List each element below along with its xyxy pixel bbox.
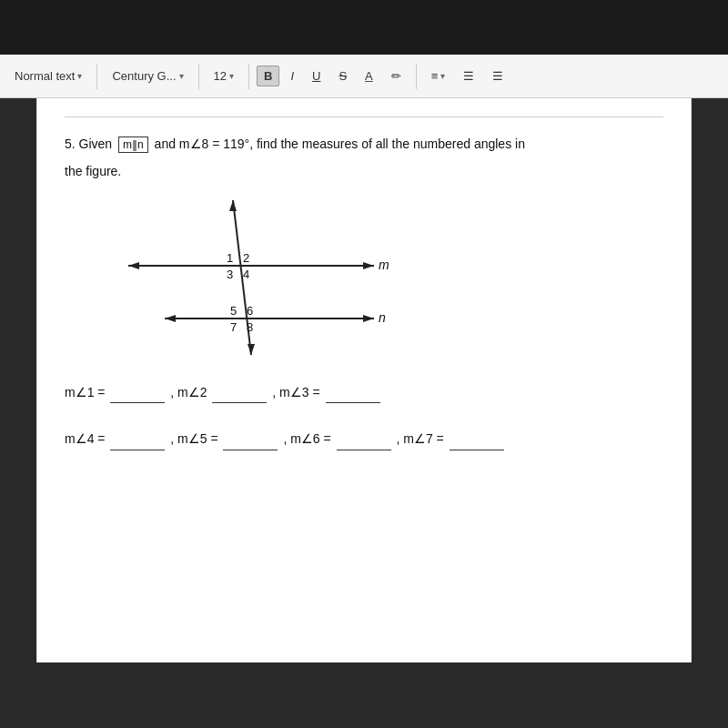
svg-text:3: 3 [227,268,233,281]
toolbar-divider-3 [248,64,249,89]
document-area: 5. Given m‖n and m∠8 = 119°, find the me… [36,98,692,662]
toolbar: Normal text ▾ Century G... ▾ 12 ▾ B I U … [0,55,728,98]
blank-3 [326,382,380,403]
underline-button[interactable]: U [305,66,328,86]
blank-7 [450,429,504,450]
strikethrough-button[interactable]: S [331,66,354,86]
svg-marker-4 [128,262,139,269]
parallel-notation: m‖n [118,136,148,153]
blank-4 [110,429,165,450]
style-chevron: ▾ [77,71,82,81]
italic-button[interactable]: I [283,66,301,86]
svg-text:5: 5 [230,304,237,318]
answers-spacer [65,410,663,429]
svg-marker-8 [363,315,374,322]
svg-text:6: 6 [247,304,253,318]
svg-text:2: 2 [243,251,249,265]
svg-text:n: n [379,310,386,325]
diagram-svg: 1 2 3 4 5 6 7 8 m n [92,191,420,373]
problem-condition: and m∠8 = 119°, find the measures of all… [155,136,525,151]
size-label: 12 [214,69,227,83]
svg-marker-1 [229,200,237,211]
blank-5 [223,429,278,450]
font-chevron: ▾ [179,71,184,81]
answers-row1: m∠1 = , m∠2 , m∠3 = [65,382,663,403]
diagram-area: 1 2 3 4 5 6 7 8 m n [92,191,401,373]
answers-row2: m∠4 = , m∠5 = , m∠6 = , m∠7 = [65,429,663,450]
bold-button[interactable]: B [257,66,279,86]
svg-marker-2 [248,344,255,355]
svg-text:7: 7 [230,320,237,334]
problem-number: 5. Given [65,136,116,151]
svg-text:m: m [379,258,389,272]
font-color-button[interactable]: A [358,66,380,86]
align-button[interactable]: ≡ ▾ [424,66,453,86]
font-dropdown[interactable]: Century G... ▾ [105,66,190,86]
blank-2 [212,382,267,403]
font-label: Century G... [112,69,176,83]
size-chevron: ▾ [229,71,234,81]
doc-rule [65,116,663,117]
list1-button[interactable]: ☰ [456,66,481,86]
highlight-button[interactable]: ✏ [384,66,409,86]
style-dropdown[interactable]: Normal text ▾ [7,66,89,86]
toolbar-divider-1 [96,64,97,89]
svg-marker-7 [165,315,176,322]
svg-text:4: 4 [243,268,249,281]
size-dropdown[interactable]: 12 ▾ [207,66,241,86]
top-bar [0,0,728,55]
problem-statement: 5. Given m‖n and m∠8 = 119°, find the me… [65,134,663,154]
list2-button[interactable]: ☰ [485,66,511,86]
style-label: Normal text [15,69,75,83]
blank-1 [110,382,165,403]
svg-text:8: 8 [247,320,253,334]
toolbar-divider-2 [198,64,199,89]
toolbar-divider-4 [416,64,417,89]
blank-6 [337,429,391,450]
svg-marker-5 [363,262,374,269]
svg-text:1: 1 [227,251,233,265]
align-chevron: ▾ [440,71,445,81]
problem-continuation: the figure. [65,161,663,181]
